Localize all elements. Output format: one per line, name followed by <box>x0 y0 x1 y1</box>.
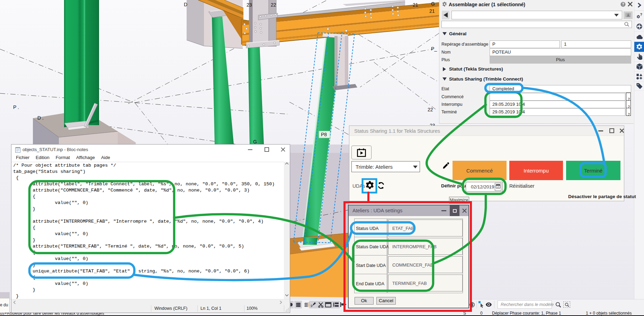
svg-text:P8: P8 <box>321 132 327 137</box>
svg-text:G: G <box>253 139 257 145</box>
svg-text:P_: P_ <box>431 46 437 52</box>
svg-text:?: ? <box>640 13 642 17</box>
svg-text:2: 2 <box>497 185 499 188</box>
svg-text:22: 22 <box>428 107 433 112</box>
svg-text:G: G <box>431 1 435 7</box>
svg-text:P .: P . <box>13 104 19 110</box>
svg-text:21: 21 <box>413 2 418 8</box>
svg-text:22: 22 <box>271 2 276 8</box>
svg-text:23: 23 <box>247 2 252 8</box>
svg-text:21: 21 <box>429 8 435 14</box>
svg-text:D .: D . <box>37 115 44 121</box>
svg-text:?: ? <box>622 2 624 6</box>
svg-text:D: D <box>184 2 187 7</box>
